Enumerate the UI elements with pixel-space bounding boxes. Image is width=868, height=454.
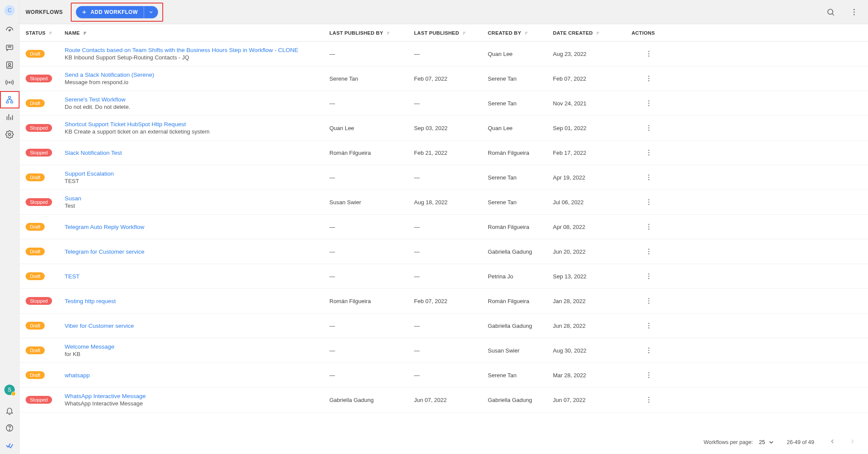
nav-settings[interactable] xyxy=(0,126,20,143)
add-workflow-label: ADD WORKFLOW xyxy=(91,9,138,15)
last-published: — xyxy=(414,100,488,107)
row-actions-button[interactable] xyxy=(643,122,655,134)
svg-point-23 xyxy=(648,125,649,126)
row-actions-button[interactable] xyxy=(643,369,655,381)
workflow-name-link[interactable]: Testing http request xyxy=(65,298,329,304)
more-vert-icon xyxy=(645,297,653,305)
chevron-right-icon xyxy=(849,438,856,445)
row-actions-button[interactable] xyxy=(643,97,655,109)
col-last-published-by[interactable]: LAST PUBLISHED BY xyxy=(329,30,414,36)
workflow-name-link[interactable]: Susan xyxy=(65,195,329,202)
workflow-name-link[interactable]: Route Contacts based on Team Shifts with… xyxy=(65,47,329,53)
created-by: Gabriella Gadung xyxy=(488,248,553,255)
nav-reports[interactable] xyxy=(0,108,20,126)
created-by: Quan Lee xyxy=(488,51,553,57)
row-actions-button[interactable] xyxy=(643,320,655,332)
table-body: Draft Route Contacts based on Team Shift… xyxy=(20,42,868,412)
row-actions-button[interactable] xyxy=(643,245,655,258)
workflow-name-link[interactable]: whatsapp xyxy=(65,372,329,379)
created-by: Serene Tan xyxy=(488,174,553,181)
nav-broadcast[interactable] xyxy=(0,74,20,91)
add-workflow-dropdown[interactable] xyxy=(144,6,158,18)
date-created: Sep 01, 2022 xyxy=(553,125,625,131)
row-actions-button[interactable] xyxy=(643,171,655,183)
add-workflow-main[interactable]: ADD WORKFLOW xyxy=(76,6,144,18)
more-menu-button[interactable] xyxy=(846,4,862,20)
created-by: Román Filgueira xyxy=(488,150,553,156)
created-by: Gabriella Gadung xyxy=(488,397,553,403)
workflow-name-link[interactable]: Serene's Test Workflow xyxy=(65,96,329,103)
nav-help[interactable] xyxy=(0,419,20,437)
col-created-by[interactable]: CREATED BY xyxy=(488,30,553,36)
workflow-icon xyxy=(5,95,14,104)
table: STATUS NAME LAST PUBLISHED BY LAST PUBLI… xyxy=(20,24,868,430)
row-actions-button[interactable] xyxy=(643,394,655,406)
date-created: Jan 28, 2022 xyxy=(553,298,625,304)
table-row: Draft Telegram Auto Reply Workflow — — R… xyxy=(20,215,868,239)
row-actions-button[interactable] xyxy=(643,147,655,159)
help-icon xyxy=(5,424,14,432)
last-published: — xyxy=(414,347,488,354)
pagination: Workflows per page: 25 26-49 of 49 xyxy=(20,430,868,454)
nav-dashboard[interactable] xyxy=(0,22,20,39)
more-vert-icon xyxy=(645,75,653,82)
last-published-by: Gabriella Gadung xyxy=(329,397,414,403)
row-actions-button[interactable] xyxy=(643,72,655,85)
row-actions-button[interactable] xyxy=(643,344,655,356)
more-vert-icon xyxy=(850,8,858,16)
svg-point-40 xyxy=(648,253,649,254)
nav-contacts[interactable] xyxy=(0,56,20,74)
message-icon xyxy=(5,43,14,52)
svg-point-49 xyxy=(648,327,649,328)
svg-point-2 xyxy=(9,63,11,65)
col-status[interactable]: STATUS xyxy=(26,30,65,36)
svg-point-33 xyxy=(648,202,649,203)
prev-page[interactable] xyxy=(826,435,838,449)
row-actions-button[interactable] xyxy=(643,221,655,233)
nav-workflows[interactable] xyxy=(0,91,20,108)
broadcast-icon xyxy=(5,78,14,87)
col-last-published[interactable]: LAST PUBLISHED xyxy=(414,30,488,36)
workflow-name-link[interactable]: Shortcut Support Ticket HubSpot Http Req… xyxy=(65,121,329,127)
workflow-name-link[interactable]: Telegram Auto Reply Workflow xyxy=(65,224,329,230)
nav-brand[interactable] xyxy=(0,437,20,454)
search-button[interactable] xyxy=(823,4,838,20)
row-actions-button[interactable] xyxy=(643,48,655,60)
svg-point-35 xyxy=(648,224,649,225)
svg-point-16 xyxy=(648,56,649,56)
col-date-created[interactable]: DATE CREATED xyxy=(553,30,625,36)
workflow-name-link[interactable]: Viber for Customer service xyxy=(65,323,329,329)
last-published: — xyxy=(414,372,488,379)
col-name[interactable]: NAME xyxy=(65,30,329,36)
svg-point-53 xyxy=(648,372,649,373)
nav-notifications[interactable] xyxy=(0,402,20,419)
workflow-name-link[interactable]: Send a Slack Notification (Serene) xyxy=(65,72,329,78)
table-row: Stopped Testing http request Román Filgu… xyxy=(20,289,868,314)
date-created: Apr 19, 2022 xyxy=(553,174,625,181)
workflow-name-link[interactable]: Slack Notification Test xyxy=(65,150,329,156)
svg-point-29 xyxy=(648,175,649,176)
workflow-name-link[interactable]: Welcome Message xyxy=(65,343,329,350)
workflow-name-link[interactable]: WhatsApp Interactive Message xyxy=(65,393,329,399)
status-badge: Stopped xyxy=(26,149,52,157)
date-created: Feb 07, 2022 xyxy=(553,75,625,82)
row-actions-button[interactable] xyxy=(643,270,655,282)
workspace-avatar[interactable]: C xyxy=(4,5,15,16)
add-workflow-button[interactable]: ADD WORKFLOW xyxy=(76,6,158,18)
next-page[interactable] xyxy=(846,435,858,449)
workflow-name-link[interactable]: Support Escalation xyxy=(65,170,329,177)
workflow-description: Test xyxy=(65,203,329,209)
row-actions-button[interactable] xyxy=(643,196,655,208)
table-row: Draft Route Contacts based on Team Shift… xyxy=(20,42,868,66)
user-avatar[interactable]: S xyxy=(4,385,15,395)
sort-icon xyxy=(82,30,89,36)
row-actions-button[interactable] xyxy=(643,295,655,307)
per-page-select[interactable]: 25 xyxy=(759,439,775,446)
table-row: Stopped Send a Slack Notification (Seren… xyxy=(20,66,868,91)
main: WORKFLOWS ADD WORKFLOW STATUS xyxy=(20,0,868,454)
nav-inbox[interactable] xyxy=(0,39,20,56)
chevron-down-icon xyxy=(148,10,154,15)
workflow-name-link[interactable]: Telegram for Customer service xyxy=(65,248,329,255)
workflow-name-link[interactable]: TEST xyxy=(65,273,329,280)
topbar: WORKFLOWS ADD WORKFLOW xyxy=(20,0,868,24)
